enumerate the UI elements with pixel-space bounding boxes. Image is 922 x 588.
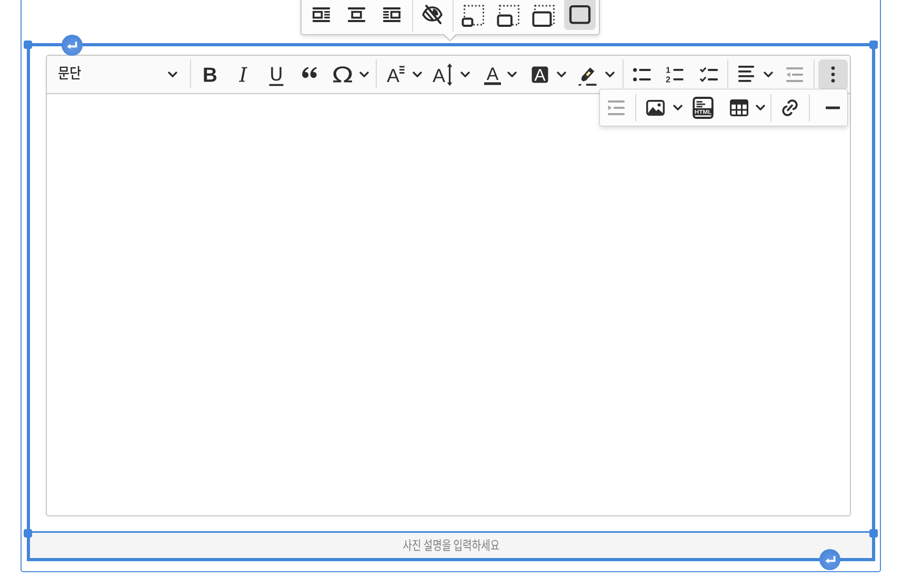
show-more-items-icon — [830, 66, 836, 83]
block-quote-button[interactable] — [298, 59, 321, 90]
one-text: 1 — [663, 59, 664, 62]
numbered-list-button[interactable]: 12 — [663, 59, 686, 90]
letter-a-text: A — [386, 59, 388, 62]
selected-image-widget[interactable]: 문단 B I U Ω A A A A 12 HTML 사진 설명을 입력하세요 — [27, 43, 875, 561]
image-balloon-toolbar — [300, 0, 600, 35]
toolbar-separator — [814, 59, 815, 88]
link-icon — [782, 99, 798, 116]
toggle-caption-button[interactable] — [418, 0, 447, 31]
italic-icon — [232, 59, 255, 90]
caption-placeholder-glyphs — [30, 533, 872, 558]
chevron-down-icon — [460, 72, 470, 78]
toolbar-separator — [623, 59, 624, 88]
toolbar-overflow-panel: HTML — [599, 89, 848, 126]
underline-button[interactable]: U — [265, 59, 288, 90]
special-characters-icon — [331, 59, 354, 90]
toolbar-separator — [412, 0, 413, 32]
toolbar-separator — [727, 59, 728, 88]
link-button[interactable] — [778, 92, 801, 124]
font-family-button[interactable]: A — [386, 59, 409, 90]
bulleted-list-icon — [633, 67, 651, 82]
insert-html-button[interactable]: HTML — [690, 92, 716, 124]
italic-button[interactable]: I — [232, 59, 255, 90]
resize-image-large-button[interactable] — [529, 0, 559, 31]
indent-button[interactable] — [605, 92, 628, 124]
insert-paragraph-before-button[interactable] — [62, 35, 83, 56]
image-align-left-button[interactable] — [306, 0, 336, 31]
letter-a-text: A — [529, 59, 531, 62]
resize-handle-top-right[interactable] — [869, 40, 878, 49]
chevron-down-icon — [756, 105, 765, 111]
chevron-down-icon — [605, 72, 615, 78]
font-size-button[interactable]: A — [432, 59, 455, 90]
special-characters-button[interactable]: Ω — [331, 59, 354, 90]
insert-paragraph-after-button[interactable] — [819, 549, 840, 570]
font-family-icon — [386, 62, 409, 87]
highlight-button[interactable] — [576, 59, 601, 90]
heading-dropdown[interactable]: 문단 — [47, 56, 184, 93]
embedded-image[interactable]: 문단 B I U Ω A A A A 12 HTML — [30, 46, 872, 531]
balloon-arrow-fill — [444, 34, 456, 40]
chevron-down-icon — [673, 105, 683, 111]
horizontal-line-icon — [826, 106, 840, 109]
horizontal-line-button[interactable] — [821, 92, 844, 124]
bulleted-list-button[interactable] — [630, 59, 654, 90]
text-alignment-icon — [738, 66, 754, 82]
two-text: 2 — [663, 59, 664, 62]
block-quote-icon — [302, 67, 317, 79]
resize-handle-bottom-left[interactable] — [24, 529, 32, 538]
chevron-down-icon — [507, 72, 517, 78]
image-align-left-icon — [313, 7, 330, 22]
insert-table-icon — [730, 99, 748, 116]
show-more-items-button[interactable] — [818, 59, 848, 90]
insert-table-button[interactable] — [726, 92, 751, 124]
text-alignment-button[interactable] — [735, 59, 758, 90]
toolbar-separator — [376, 59, 377, 88]
insert-image-button[interactable] — [643, 92, 668, 124]
underline-icon — [265, 59, 288, 90]
chevron-down-icon — [557, 72, 566, 78]
resize-image-small-button[interactable] — [459, 0, 488, 31]
font-background-color-icon — [532, 66, 548, 83]
image-align-center-icon — [348, 7, 365, 22]
bold-icon — [198, 59, 222, 90]
numbered-list-icon — [666, 66, 684, 84]
toolbar-separator — [635, 94, 636, 121]
toolbar-separator — [453, 0, 454, 32]
insert-image-icon — [646, 100, 665, 116]
resize-image-original-button[interactable] — [565, 0, 595, 31]
toolbar-separator — [190, 59, 191, 88]
resize-image-large-icon — [532, 3, 556, 27]
indent-icon — [608, 100, 625, 115]
editor-page: 문단 B I U Ω A A A A 12 HTML 사진 설명을 입력하세요 — [0, 0, 922, 588]
resize-image-original-icon — [568, 3, 592, 27]
html-icon-label-text: HTML — [690, 92, 696, 95]
image-align-right-button[interactable] — [377, 0, 406, 31]
highlight-icon — [576, 62, 601, 87]
heading-dropdown-text — [47, 56, 184, 93]
font-size-icon — [432, 62, 455, 88]
resize-image-medium-button[interactable] — [494, 0, 524, 31]
chevron-down-icon — [359, 72, 369, 78]
outdent-button[interactable] — [783, 59, 806, 90]
enter-arrow-icon — [67, 42, 77, 49]
image-caption-field[interactable]: 사진 설명을 입력하세요 — [30, 533, 872, 558]
resize-image-medium-icon — [497, 3, 521, 27]
resize-handle-top-left[interactable] — [24, 40, 32, 49]
chevron-down-icon — [168, 72, 177, 78]
chevron-down-icon — [413, 72, 422, 78]
font-color-button[interactable]: A — [482, 59, 503, 90]
to-do-list-button[interactable] — [697, 59, 720, 90]
bold-button[interactable]: B — [198, 59, 222, 90]
image-align-center-button[interactable] — [342, 0, 371, 31]
resize-handle-bottom-right[interactable] — [869, 529, 878, 538]
font-background-color-button[interactable]: A — [529, 59, 550, 90]
insert-html-icon — [692, 97, 715, 119]
resize-image-small-icon — [462, 3, 486, 27]
font-color-icon — [482, 61, 503, 88]
outdent-icon — [786, 67, 803, 82]
enter-arrow-icon — [825, 556, 836, 564]
chevron-down-icon — [764, 72, 773, 78]
image-align-right-icon — [383, 7, 400, 22]
toolbar-separator — [770, 94, 771, 121]
